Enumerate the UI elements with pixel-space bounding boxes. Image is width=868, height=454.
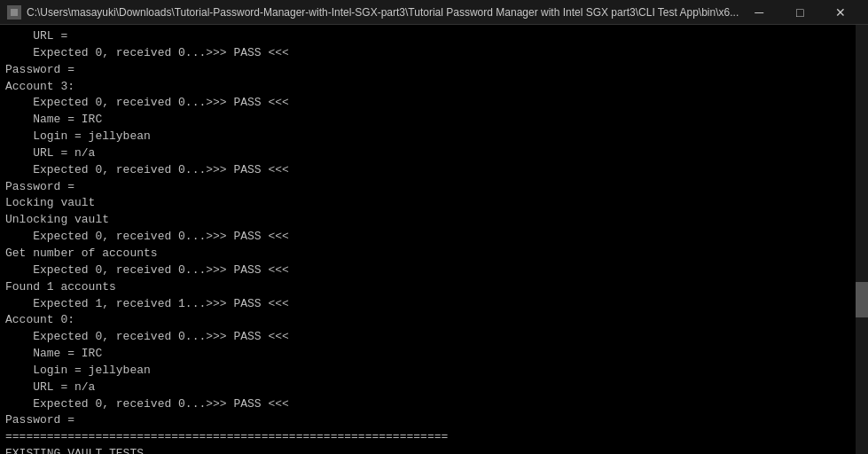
terminal-line: Expected 0, received 0...>>> PASS <<<	[5, 396, 863, 413]
minimize-button[interactable]: ─	[739, 0, 779, 25]
window-title: C:\Users\masayuki\Downloads\Tutorial-Pas…	[27, 6, 739, 19]
terminal-line: Account 0:	[5, 312, 863, 329]
terminal-line: Locking vault	[5, 195, 863, 212]
terminal-line: Password =	[5, 62, 863, 79]
terminal-line: Expected 0, received 0...>>> PASS <<<	[5, 329, 863, 346]
terminal-line: URL = n/a	[5, 380, 863, 396]
terminal-line: Expected 1, received 1...>>> PASS <<<	[5, 296, 863, 313]
terminal-line: Expected 0, received 0...>>> PASS <<<	[5, 262, 863, 279]
terminal-line: Login = jellybean	[5, 363, 863, 380]
terminal-line: Expected 0, received 0...>>> PASS <<<	[5, 162, 863, 179]
maximize-button[interactable]: □	[779, 0, 820, 25]
terminal-line: URL =	[5, 28, 863, 45]
terminal-line: Login = jellybean	[5, 129, 863, 145]
title-controls: ─ □ ✕	[739, 0, 861, 25]
terminal-line: Expected 0, received 0...>>> PASS <<<	[5, 95, 863, 112]
terminal-line: EXISTING VAULT TESTS	[5, 446, 863, 454]
app-icon	[7, 5, 21, 20]
terminal-line: Name = IRC	[5, 112, 863, 129]
terminal-line: ========================================…	[5, 429, 863, 446]
terminal-line: Expected 0, received 0...>>> PASS <<<	[5, 45, 863, 62]
title-bar-left: C:\Users\masayuki\Downloads\Tutorial-Pas…	[7, 5, 739, 20]
terminal-line: Password =	[5, 179, 863, 196]
terminal-line: Found 1 accounts	[5, 279, 863, 296]
svg-rect-1	[11, 9, 18, 16]
terminal-line: Unlocking vault	[5, 212, 863, 229]
terminal-line: URL = n/a	[5, 145, 863, 162]
terminal-line: Expected 0, received 0...>>> PASS <<<	[5, 229, 863, 246]
terminal-line: Get number of accounts	[5, 246, 863, 262]
terminal-line: Password =	[5, 412, 863, 429]
title-bar: C:\Users\masayuki\Downloads\Tutorial-Pas…	[0, 0, 868, 25]
terminal-output: URL = Expected 0, received 0...>>> PASS …	[0, 25, 868, 454]
terminal-line: Account 3:	[5, 79, 863, 96]
scrollbar-thumb[interactable]	[856, 282, 868, 317]
terminal-line: Name = IRC	[5, 346, 863, 363]
close-button[interactable]: ✕	[820, 0, 861, 25]
scrollbar[interactable]	[856, 25, 868, 454]
